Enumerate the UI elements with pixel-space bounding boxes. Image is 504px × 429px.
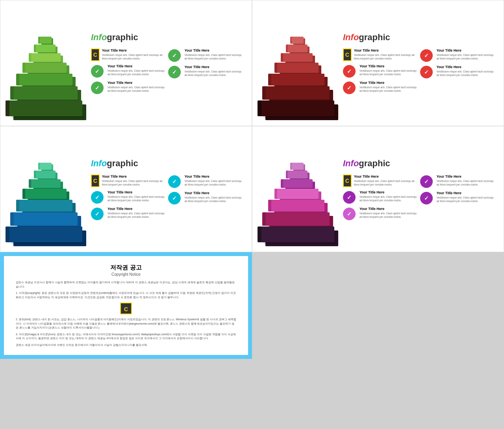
item-desc-1-4: Vestibulum neque arls. Class aptent taci… [185, 70, 242, 77]
item-title-logo-2: Your Title Here [354, 48, 417, 52]
item-desc-2-2: Vestibulum neque arls. Class aptent taci… [437, 53, 494, 60]
title-2: Infographic [343, 32, 494, 43]
tier-4-7 [261, 227, 334, 242]
item-desc-1-5: Vestibulum neque arls. Class aptent taci… [107, 85, 165, 93]
item-logo-4: C Your Title Here Vestibulum neque arls.… [343, 175, 417, 187]
item-title-4-3: Your Title Here [359, 190, 417, 194]
check-icon-3-4: ✓ [168, 192, 181, 204]
pyramid-shape-1 [9, 37, 82, 116]
tier-7 [9, 100, 82, 116]
pyramid-shape-2 [261, 37, 334, 116]
content-columns-3: C Your Title Here Vestibulum neque arls.… [91, 175, 242, 220]
item-title-2-5: Your Title Here [359, 81, 417, 85]
title-info-2: Info [343, 32, 359, 42]
tier-2-2 [288, 45, 308, 52]
tier-3-5 [19, 200, 72, 212]
pyramid-3 [6, 136, 85, 242]
item-title-2-4: Your Title Here [437, 65, 494, 69]
tier-2-1 [292, 37, 304, 44]
item-text-1-2: Your Title Here Vestibulum neque arls. C… [185, 48, 242, 60]
item-desc-1-3: Vestibulum neque arls. Class aptent taci… [107, 69, 165, 76]
item-row-4-4: ✓ Your Title Here Vestibulum neque arls.… [420, 191, 494, 204]
content-columns-4: C Your Title Here Vestibulum neque arls.… [343, 175, 494, 220]
item-title-3-2: Your Title Here [185, 175, 242, 178]
tier-3-7 [9, 227, 82, 242]
copyright-subtitle: Copyright Notice [16, 272, 236, 277]
tier-2-7 [261, 100, 334, 116]
title-4: Infographic [343, 158, 494, 169]
item-text-logo-2: Your Title Here Vestibulum neque arls. C… [354, 48, 417, 60]
item-desc-logo-1: Vestibulum neque arls. Class aptent taci… [102, 53, 165, 60]
item-logo-3: C Your Title Here Vestibulum neque arls.… [91, 175, 165, 187]
item-desc-3-3: Vestibulum neque arls. Class aptent taci… [107, 195, 165, 202]
title-3: Infographic [91, 158, 242, 169]
check-icon-4-3: ✓ [343, 191, 356, 204]
item-row-1-5: ✓ Your Title Here Vestibulum neque arls.… [91, 81, 165, 94]
item-title-3-5: Your Title Here [107, 207, 165, 211]
item-desc-logo-2: Vestibulum neque arls. Class aptent taci… [354, 53, 417, 60]
item-text-4-4: Your Title Here Vestibulum neque arls. C… [437, 191, 494, 203]
tier-3 [31, 53, 61, 62]
item-text-2-3: Your Title Here Vestibulum neque arls. C… [359, 64, 417, 76]
item-desc-4-2: Vestibulum neque arls. Class aptent taci… [437, 179, 494, 186]
item-row-3-4: ✓ Your Title Here Vestibulum neque arls.… [168, 191, 242, 204]
tier-2-5 [271, 74, 324, 85]
check-icon-2-5: ✓ [343, 82, 356, 94]
content-1: Infographic C Your Title Here Vestibulum… [85, 28, 246, 98]
check-icon-3-3: ✓ [91, 191, 104, 204]
item-text-2-5: Your Title Here Vestibulum neque arls. C… [359, 81, 417, 93]
tier-4-6 [266, 212, 330, 226]
tier-2-4 [277, 63, 319, 73]
item-row-3-5: ✓ Your Title Here Vestibulum neque arls.… [91, 207, 165, 220]
right-col-1: ✓ Your Title Here Vestibulum neque arls.… [168, 48, 242, 94]
pyramid-4 [258, 136, 337, 242]
item-title-1-2: Your Title Here [185, 48, 242, 52]
item-desc-logo-4: Vestibulum neque arls. Class aptent taci… [354, 179, 417, 186]
right-col-2: ✓ Your Title Here Vestibulum neque arls.… [420, 48, 494, 94]
title-info-4: Info [343, 158, 359, 168]
title-info-3: Info [91, 158, 107, 168]
item-row-4-5: ✓ Your Title Here Vestibulum neque arls.… [343, 207, 417, 220]
item-row-1-2: ✓ Your Title Here Vestibulum neque arls.… [168, 48, 242, 62]
item-title-1-3: Your Title Here [107, 64, 165, 68]
logo-1: C [91, 48, 100, 61]
copyright-box: 저작권 공고 Copyright Notice 감탄스 세공님 이곳사시 함께이… [4, 256, 248, 355]
item-text-logo-1: Your Title Here Vestibulum neque arls. C… [102, 48, 165, 60]
main-grid: Infographic C Your Title Here Vestibulum… [0, 0, 504, 359]
item-text-2-2: Your Title Here Vestibulum neque arls. C… [437, 48, 494, 60]
slide-4: Infographic C Your Title Here Vestibulum… [252, 126, 504, 252]
item-row-1-4: ✓ Your Title Here Vestibulum neque arls.… [168, 65, 242, 78]
item-row-2-4: ✓ Your Title Here Vestibulum neque arls.… [420, 65, 494, 78]
item-desc-3-2: Vestibulum neque arls. Class aptent taci… [185, 179, 242, 186]
tier-3-3 [31, 179, 61, 188]
item-title-1-4: Your Title Here [185, 65, 242, 69]
pyramid-shape-4 [261, 163, 334, 242]
pyramid-2 [258, 10, 337, 116]
title-1: Infographic [91, 32, 242, 43]
left-col-2: C Your Title Here Vestibulum neque arls.… [343, 48, 417, 94]
item-row-4-2: ✓ Your Title Here Vestibulum neque arls.… [420, 175, 494, 188]
tier-3-6 [14, 212, 78, 226]
tier-2-6 [266, 86, 330, 100]
item-text-1-5: Your Title Here Vestibulum neque arls. C… [107, 81, 165, 93]
title-graphic-1: graphic [107, 32, 138, 42]
content-3: Infographic C Your Title Here Vestibulum… [85, 154, 246, 224]
item-desc-4-3: Vestibulum neque arls. Class aptent taci… [359, 195, 417, 202]
slide-1: Infographic C Your Title Here Vestibulum… [0, 0, 252, 126]
check-icon-1-3: ✓ [91, 65, 104, 78]
tier-2-3 [283, 53, 313, 62]
item-title-logo-4: Your Title Here [354, 175, 417, 178]
tier-4-2 [288, 171, 308, 178]
item-desc-4-5: Vestibulum neque arls. Class aptent taci… [359, 212, 417, 219]
item-text-logo-3: Your Title Here Vestibulum neque arls. C… [102, 175, 165, 186]
copyright-logo-wrap: C [16, 303, 236, 314]
copyright-body3: 2. 폰트(font): 관련스 내이 된 서것는, 감감 폰느느, 나이여이 … [16, 318, 236, 330]
item-title-logo-1: Your Title Here [102, 48, 165, 52]
check-icon-4-4: ✓ [420, 192, 433, 204]
check-icon-2-4: ✓ [420, 66, 433, 78]
tier-4-4 [277, 189, 319, 199]
item-text-4-5: Your Title Here Vestibulum neque arls. C… [359, 207, 417, 219]
item-text-4-2: Your Title Here Vestibulum neque arls. C… [437, 175, 494, 186]
right-col-4: ✓ Your Title Here Vestibulum neque arls.… [420, 175, 494, 220]
content-2: Infographic C Your Title Here Vestibulum… [337, 28, 498, 98]
